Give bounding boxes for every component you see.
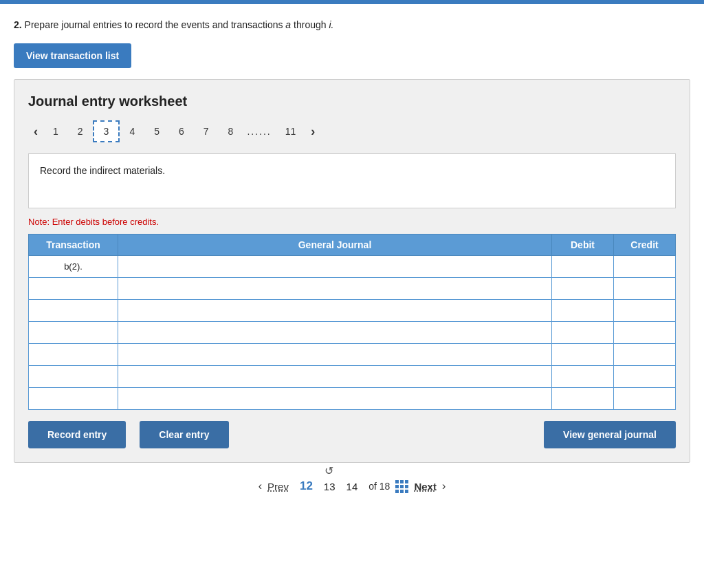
debit-input[interactable] bbox=[556, 327, 609, 338]
next-button[interactable]: Next bbox=[414, 481, 437, 492]
credit-cell[interactable] bbox=[614, 256, 676, 278]
journal-cell[interactable] bbox=[118, 278, 552, 300]
instruction-box: Record the indirect materials. bbox=[28, 153, 676, 208]
page-of-label: of 18 bbox=[368, 481, 390, 492]
tab-dots: ...... bbox=[243, 122, 275, 141]
credit-cell[interactable] bbox=[614, 300, 676, 322]
debit-cell[interactable] bbox=[552, 278, 614, 300]
header-transaction: Transaction bbox=[29, 235, 118, 256]
page-12[interactable]: 12 bbox=[294, 477, 318, 496]
journal-input[interactable] bbox=[122, 327, 547, 338]
tab-next-arrow[interactable]: › bbox=[305, 122, 320, 142]
journal-cell[interactable] bbox=[118, 256, 552, 278]
journal-input[interactable] bbox=[122, 393, 547, 404]
credit-cell[interactable] bbox=[614, 388, 676, 410]
tab-prev-arrow[interactable]: ‹ bbox=[28, 122, 43, 142]
page-numbers: ↺ 12 13 14 bbox=[294, 477, 363, 496]
journal-input[interactable] bbox=[122, 371, 547, 382]
debit-cell[interactable] bbox=[552, 322, 614, 344]
journal-input[interactable] bbox=[122, 349, 547, 360]
journal-input[interactable] bbox=[122, 261, 547, 272]
transaction-cell bbox=[29, 366, 118, 388]
transaction-cell bbox=[29, 300, 118, 322]
loop-icon: ↺ bbox=[324, 464, 333, 477]
credit-input[interactable] bbox=[618, 371, 671, 382]
transaction-cell bbox=[29, 344, 118, 366]
debit-cell[interactable] bbox=[552, 388, 614, 410]
credit-input[interactable] bbox=[618, 393, 671, 404]
tab-7[interactable]: 7 bbox=[194, 122, 219, 141]
tab-8[interactable]: 8 bbox=[219, 122, 243, 141]
transaction-cell bbox=[29, 278, 118, 300]
credit-cell[interactable] bbox=[614, 344, 676, 366]
table-row: b(2). bbox=[29, 256, 676, 278]
pagination-bar: ‹ Prev ↺ 12 13 14 of 18 Next › bbox=[14, 463, 690, 503]
table-row bbox=[29, 366, 676, 388]
clear-entry-button[interactable]: Clear entry bbox=[140, 421, 228, 448]
credit-input[interactable] bbox=[618, 283, 671, 294]
worksheet-container: Journal entry worksheet ‹ 1 2 3 4 5 6 7 … bbox=[14, 79, 690, 463]
transaction-cell: b(2). bbox=[29, 256, 118, 278]
credit-input[interactable] bbox=[618, 261, 671, 272]
transaction-cell bbox=[29, 388, 118, 410]
debit-cell[interactable] bbox=[552, 256, 614, 278]
debit-input[interactable] bbox=[556, 349, 609, 360]
journal-cell[interactable] bbox=[118, 344, 552, 366]
credit-cell[interactable] bbox=[614, 278, 676, 300]
debit-input[interactable] bbox=[556, 283, 609, 294]
worksheet-title: Journal entry worksheet bbox=[28, 94, 676, 109]
header-credit: Credit bbox=[614, 235, 676, 256]
button-row: Record entry Clear entry View general jo… bbox=[28, 421, 676, 448]
transaction-cell bbox=[29, 322, 118, 344]
top-bar bbox=[0, 0, 704, 4]
journal-table: Transaction General Journal Debit Credit… bbox=[28, 234, 676, 410]
tab-5[interactable]: 5 bbox=[144, 122, 169, 141]
tab-navigation: ‹ 1 2 3 4 5 6 7 8 ...... 11 › bbox=[28, 120, 676, 142]
question-number: 2. bbox=[14, 19, 22, 30]
table-row bbox=[29, 278, 676, 300]
page-13[interactable]: 13 bbox=[318, 478, 341, 495]
credit-cell[interactable] bbox=[614, 322, 676, 344]
debit-cell[interactable] bbox=[552, 300, 614, 322]
journal-input[interactable] bbox=[122, 283, 547, 294]
table-row bbox=[29, 388, 676, 410]
tab-6[interactable]: 6 bbox=[169, 122, 194, 141]
credit-cell[interactable] bbox=[614, 366, 676, 388]
debit-input[interactable] bbox=[556, 261, 609, 272]
instruction-text: Record the indirect materials. bbox=[40, 165, 165, 176]
debit-cell[interactable] bbox=[552, 344, 614, 366]
tab-2[interactable]: 2 bbox=[68, 122, 93, 141]
pagination-left-arrow[interactable]: ‹ bbox=[258, 480, 262, 492]
tab-11[interactable]: 11 bbox=[276, 122, 306, 141]
debit-input[interactable] bbox=[556, 393, 609, 404]
question-text: 2. Prepare journal entries to record the… bbox=[14, 18, 690, 32]
prev-button[interactable]: Prev bbox=[267, 481, 289, 492]
tab-1[interactable]: 1 bbox=[43, 122, 68, 141]
record-entry-button[interactable]: Record entry bbox=[28, 421, 126, 448]
debit-input[interactable] bbox=[556, 371, 609, 382]
journal-cell[interactable] bbox=[118, 388, 552, 410]
debit-input[interactable] bbox=[556, 305, 609, 316]
table-row bbox=[29, 300, 676, 322]
pagination-right-arrow[interactable]: › bbox=[442, 480, 446, 492]
credit-input[interactable] bbox=[618, 327, 671, 338]
header-debit: Debit bbox=[552, 235, 614, 256]
table-row bbox=[29, 344, 676, 366]
page-14[interactable]: 14 bbox=[341, 478, 364, 495]
tab-4[interactable]: 4 bbox=[120, 122, 144, 141]
credit-input[interactable] bbox=[618, 305, 671, 316]
tab-3[interactable]: 3 bbox=[93, 120, 120, 142]
table-row bbox=[29, 322, 676, 344]
grid-view-icon[interactable] bbox=[395, 480, 408, 493]
header-general-journal: General Journal bbox=[118, 235, 552, 256]
note-text: Note: Enter debits before credits. bbox=[28, 217, 676, 227]
debit-cell[interactable] bbox=[552, 366, 614, 388]
journal-cell[interactable] bbox=[118, 366, 552, 388]
credit-input[interactable] bbox=[618, 349, 671, 360]
journal-cell[interactable] bbox=[118, 300, 552, 322]
journal-input[interactable] bbox=[122, 305, 547, 316]
view-transaction-list-button[interactable]: View transaction list bbox=[14, 43, 131, 68]
journal-cell[interactable] bbox=[118, 322, 552, 344]
view-general-journal-button[interactable]: View general journal bbox=[544, 421, 676, 448]
